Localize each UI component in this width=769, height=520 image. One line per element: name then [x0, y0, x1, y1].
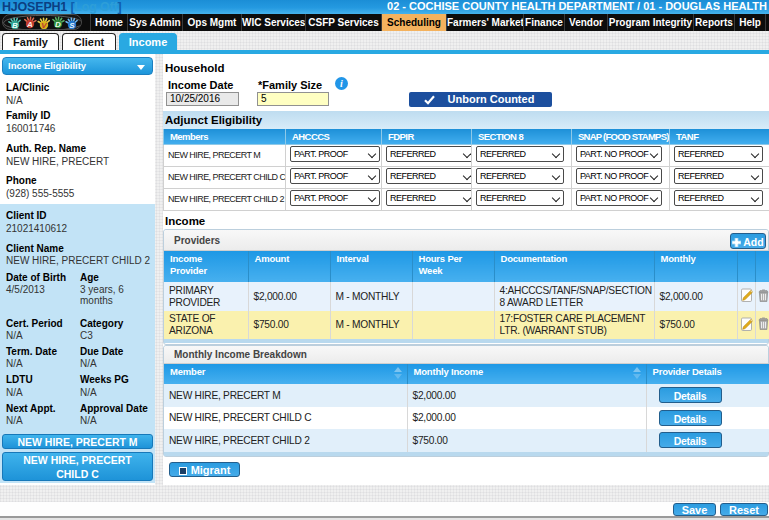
svg-text:V: V: [41, 21, 47, 30]
svg-text:D: D: [55, 20, 61, 29]
svg-text:B: B: [12, 21, 18, 30]
svg-text:S: S: [69, 21, 75, 30]
svg-text:A: A: [26, 20, 33, 29]
